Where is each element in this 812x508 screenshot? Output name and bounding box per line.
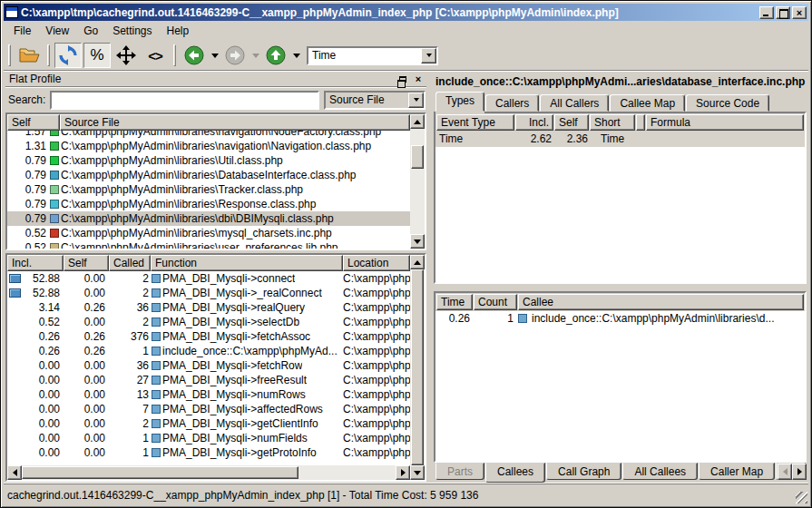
function-row[interactable]: 0.00 0.00 27 PMA_DBI_Mysqli->freeResult …	[7, 373, 410, 387]
horizontal-splitter[interactable]	[434, 284, 807, 291]
function-row[interactable]: 52.88 0.00 2 PMA_DBI_Mysqli->_realConnec…	[7, 286, 410, 300]
dropdown-button[interactable]	[421, 48, 436, 64]
back-dropdown[interactable]	[210, 43, 220, 68]
scrollbar-thumb[interactable]	[22, 466, 298, 479]
close-button[interactable]: ×	[792, 6, 807, 19]
close-dock-button[interactable]: ×	[412, 73, 425, 85]
back-button[interactable]	[181, 43, 208, 68]
column-header-callee[interactable]: Callee	[518, 294, 804, 310]
toolbar-grip[interactable]	[8, 44, 11, 66]
column-header-source-file[interactable]: Source File	[60, 114, 410, 131]
function-list-horizontal-scrollbar[interactable]	[7, 465, 410, 480]
up-button[interactable]	[262, 43, 289, 68]
column-header-incl[interactable]: Incl.	[7, 255, 64, 271]
event-type-row-selected[interactable]: Time 2.62 2.36 Time	[435, 132, 805, 147]
tab-caller-map[interactable]: Caller Map	[699, 463, 775, 480]
column-header-spacer[interactable]	[636, 114, 645, 131]
column-header-called[interactable]: Called	[109, 255, 151, 271]
column-header-formula[interactable]: Formula	[646, 114, 804, 131]
title-bar[interactable]: C:\xampp\tmp\cachegrind.out.1416463299-C…	[4, 4, 808, 21]
tabs-scroll-left-button[interactable]	[778, 464, 792, 480]
event-type-selector[interactable]: Time	[307, 46, 438, 65]
function-row[interactable]: 0.00 0.00 13 PMA_DBI_Mysqli->numRows C:\…	[7, 387, 410, 402]
source-file-row[interactable]: 1.31 C:\xampp\phpMyAdmin\libraries\navig…	[7, 139, 410, 153]
open-file-button[interactable]	[15, 43, 43, 68]
float-dock-button[interactable]	[396, 73, 409, 85]
function-row[interactable]: 0.00 0.00 7 PMA_DBI_Mysqli->affectedRows…	[7, 402, 410, 416]
tabs-scroll-right-button[interactable]	[792, 464, 807, 480]
source-file-row[interactable]: 1.57 C:\xampp\phpMyAdmin\libraries\navig…	[7, 131, 410, 139]
resize-grip[interactable]	[796, 492, 807, 503]
tab-parts[interactable]: Parts	[435, 463, 484, 480]
scrollbar-thumb[interactable]	[411, 269, 424, 465]
function-icon	[152, 332, 161, 341]
column-header-time[interactable]: Time	[436, 294, 473, 310]
menu-view[interactable]: View	[39, 23, 75, 39]
scroll-right-button[interactable]	[396, 465, 410, 480]
tab-source-code[interactable]: Source Code	[686, 94, 769, 112]
source-file-row[interactable]: 0.52 C:\xampp\phpMyAdmin\libraries\user_…	[7, 240, 410, 249]
tab-all-callers[interactable]: All Callers	[540, 94, 609, 112]
menu-go[interactable]: Go	[77, 23, 104, 39]
function-row[interactable]: 0.00 0.00 1 PMA_DBI_Mysqli->numFields C:…	[7, 431, 410, 445]
source-file-row-selected[interactable]: 0.79 C:\xampp\phpMyAdmin\libraries\dbi\D…	[7, 211, 410, 226]
callee-row[interactable]: 0.26 1 include_once::C:\xampp\phpMyAdmin…	[435, 311, 805, 327]
up-dropdown[interactable]	[291, 43, 301, 68]
tab-types[interactable]: Types	[435, 92, 484, 112]
source-file-row[interactable]: 0.79 C:\xampp\phpMyAdmin\libraries\Util.…	[7, 153, 410, 168]
expand-collapse-button[interactable]: <>	[142, 43, 169, 68]
column-header-incl[interactable]: Incl.	[515, 114, 553, 131]
function-row[interactable]: 0.26 0.26 376 PMA_DBI_Mysqli->fetchAssoc…	[7, 329, 410, 344]
reload-button[interactable]	[54, 43, 82, 68]
source-file-row[interactable]: 0.52 C:\xampp\phpMyAdmin\libraries\mysql…	[7, 226, 410, 240]
minimize-button[interactable]	[759, 6, 774, 19]
function-list-vertical-scrollbar[interactable]	[410, 255, 425, 480]
source-file-row[interactable]: 0.79 C:\xampp\phpMyAdmin\libraries\Datab…	[7, 168, 410, 182]
column-header-event-type[interactable]: Event Type	[436, 114, 514, 131]
menu-file[interactable]: File	[7, 23, 37, 39]
scroll-up-button[interactable]	[410, 114, 425, 129]
function-row[interactable]: 0.00 0.00 1 PMA_DBI_Mysqli->getProtoInfo…	[7, 445, 410, 460]
scroll-down-button[interactable]	[410, 234, 425, 249]
column-header-location[interactable]: Location	[343, 255, 410, 271]
tab-callers[interactable]: Callers	[485, 94, 539, 112]
tab-call-graph[interactable]: Call Graph	[546, 463, 621, 480]
menu-settings[interactable]: Settings	[106, 23, 158, 39]
dropdown-button[interactable]	[408, 93, 424, 108]
column-header-self[interactable]: Self	[7, 114, 60, 131]
dock-layout-button[interactable]	[113, 43, 140, 68]
menu-help[interactable]: Help	[161, 23, 196, 39]
percent-toggle-button[interactable]: %	[83, 43, 111, 68]
scrollbar-thumb[interactable]	[411, 145, 424, 169]
forward-dropdown[interactable]	[250, 43, 260, 68]
tab-all-callees[interactable]: All Callees	[622, 463, 698, 480]
toolbar-grip[interactable]	[173, 44, 176, 66]
source-file-row[interactable]: 0.79 C:\xampp\phpMyAdmin\libraries\Track…	[7, 182, 410, 197]
scroll-down-button[interactable]	[410, 465, 425, 480]
tab-callees[interactable]: Callees	[485, 463, 545, 483]
source-list-vertical-scrollbar[interactable]	[410, 114, 425, 249]
function-row[interactable]: 0.00 0.00 2 PMA_DBI_Mysqli->getClientInf…	[7, 416, 410, 431]
self-cost: 0.52	[7, 226, 49, 240]
function-row[interactable]: 52.88 0.00 2 PMA_DBI_Mysqli->connect C:\…	[7, 271, 410, 286]
scroll-left-button[interactable]	[7, 465, 22, 480]
file-path: C:\xampp\phpMyAdmin\libraries\DatabaseIn…	[61, 168, 410, 182]
column-header-self[interactable]: Self	[554, 114, 589, 131]
column-header-function[interactable]: Function	[151, 255, 343, 271]
group-by-selector[interactable]: Source File	[324, 91, 426, 110]
function-row[interactable]: 0.26 0.26 1 include_once::C:\xampp\phpMy…	[7, 344, 410, 358]
function-row[interactable]: 3.14 0.26 36 PMA_DBI_Mysqli->realQuery C…	[7, 300, 410, 315]
function-row[interactable]: 0.00 0.00 36 PMA_DBI_Mysqli->fetchRow C:…	[7, 358, 410, 373]
source-file-row[interactable]: 0.79 C:\xampp\phpMyAdmin\libraries\Respo…	[7, 197, 410, 211]
maximize-button[interactable]	[776, 6, 790, 19]
search-input[interactable]	[50, 91, 319, 110]
scroll-up-button[interactable]	[410, 255, 425, 269]
function-row[interactable]: 0.52 0.00 2 PMA_DBI_Mysqli->selectDb C:\…	[7, 315, 410, 329]
dock-title-bar[interactable]: Flat Profile ×	[5, 72, 426, 87]
column-header-short[interactable]: Short	[590, 114, 635, 131]
toolbar-grip[interactable]	[47, 44, 50, 66]
tab-callee-map[interactable]: Callee Map	[610, 94, 685, 112]
forward-button[interactable]	[221, 43, 249, 68]
column-header-self[interactable]: Self	[64, 255, 109, 271]
column-header-count[interactable]: Count	[474, 294, 517, 310]
